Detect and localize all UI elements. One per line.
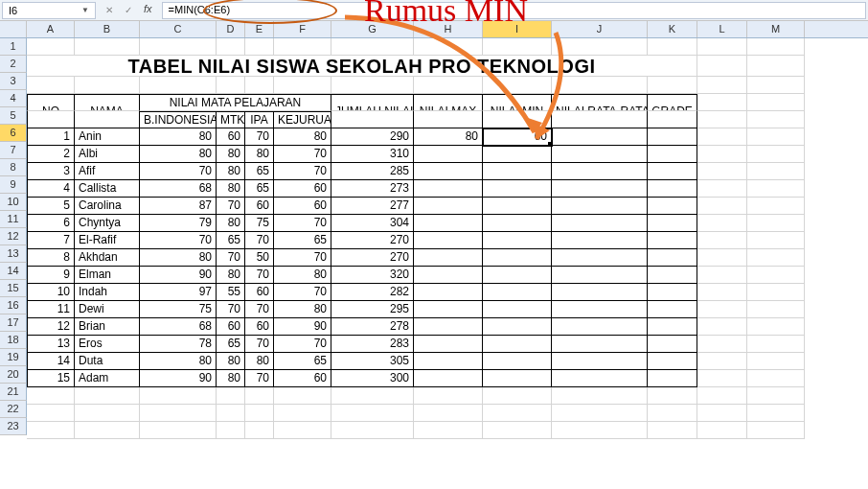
row-header[interactable]: 15 [0,280,27,297]
cell-nilai[interactable]: 80 [217,267,245,284]
cell-nama[interactable]: Elman [75,267,140,284]
cell[interactable] [27,77,75,94]
cell[interactable] [697,198,747,215]
name-box[interactable]: I6 ▼ [2,2,96,19]
cell[interactable] [414,405,483,422]
cell-rata[interactable] [552,267,648,284]
cell-nama[interactable]: Anin [75,128,140,146]
cell-rata[interactable] [552,370,648,387]
cell[interactable] [75,387,140,405]
row-header[interactable]: 2 [0,56,27,73]
cell-nama[interactable]: Akhdan [75,249,140,267]
cell-nilai[interactable]: 68 [140,318,217,336]
cell[interactable] [27,405,75,422]
cell-grade[interactable] [648,163,697,180]
cell-nilai[interactable]: 80 [217,163,245,180]
cell[interactable] [747,94,805,111]
header-jumlah[interactable]: JUMLAH NILAI [331,94,414,111]
cell-nama[interactable]: Dewi [75,301,140,318]
cell-jumlah[interactable]: 270 [331,232,414,249]
cell[interactable] [747,301,805,318]
cell-max[interactable] [414,284,483,301]
cell-nilai[interactable]: 80 [217,353,245,370]
header-jumlah[interactable] [331,111,414,128]
cell-nilai[interactable]: 80 [245,146,274,163]
cell[interactable] [697,387,747,405]
cell[interactable] [274,77,331,94]
cell-rata[interactable] [552,146,648,163]
cell-nilai[interactable]: 70 [217,301,245,318]
header-sub[interactable]: MTK [217,111,245,128]
cell[interactable] [217,405,245,422]
cell-min[interactable] [483,146,552,163]
cell-jumlah[interactable]: 270 [331,249,414,267]
cell[interactable] [747,146,805,163]
cell-max[interactable] [414,146,483,163]
cell-jumlah[interactable]: 305 [331,353,414,370]
cell-no[interactable]: 5 [27,198,75,215]
cell-nilai[interactable]: 65 [274,353,331,370]
cell-max[interactable] [414,301,483,318]
header-min[interactable] [483,111,552,128]
cell-nilai[interactable]: 70 [217,198,245,215]
cell-rata[interactable] [552,353,648,370]
cell[interactable] [697,163,747,180]
column-header[interactable]: M [747,21,805,37]
cell-max[interactable] [414,198,483,215]
cell-nilai[interactable]: 65 [217,232,245,249]
row-header[interactable]: 12 [0,228,27,245]
cell[interactable] [697,318,747,336]
cell-no[interactable]: 10 [27,284,75,301]
cell[interactable] [747,180,805,198]
cell-min[interactable] [483,318,552,336]
cell-nilai[interactable]: 70 [274,215,331,232]
cell[interactable] [217,38,245,56]
cell[interactable] [140,77,217,94]
cell-no[interactable]: 1 [27,128,75,146]
cell-nilai[interactable]: 65 [274,232,331,249]
column-header[interactable]: D [217,21,245,37]
cell-grade[interactable] [648,370,697,387]
cell-grade[interactable] [648,180,697,198]
cell[interactable] [245,77,274,94]
cell[interactable] [697,405,747,422]
cell[interactable] [747,422,805,439]
cell[interactable] [274,405,331,422]
row-header[interactable]: 20 [0,366,27,384]
cell[interactable] [331,422,414,439]
cell-rata[interactable] [552,215,648,232]
row-header[interactable]: 3 [0,73,27,90]
cell[interactable] [747,128,805,146]
row-header[interactable]: 1 [0,38,27,56]
cell-nilai[interactable]: 80 [274,301,331,318]
cell[interactable] [747,387,805,405]
cell-nilai[interactable]: 80 [274,267,331,284]
cell-max[interactable] [414,336,483,353]
cell-nilai[interactable]: 60 [245,284,274,301]
cell[interactable] [747,370,805,387]
cell-min[interactable] [483,336,552,353]
cell-no[interactable]: 12 [27,318,75,336]
cell[interactable] [697,77,747,94]
cell-rata[interactable] [552,318,648,336]
cell-min[interactable] [483,353,552,370]
cell-nilai[interactable]: 90 [274,318,331,336]
cell-max[interactable] [414,370,483,387]
cell[interactable] [331,77,414,94]
cell[interactable] [331,38,414,56]
cell-grade[interactable] [648,249,697,267]
cell[interactable] [140,405,217,422]
cell-grade[interactable] [648,232,697,249]
cell[interactable] [552,38,648,56]
cell[interactable] [414,422,483,439]
cell-max[interactable] [414,353,483,370]
cell-jumlah[interactable]: 283 [331,336,414,353]
cell[interactable] [483,422,552,439]
cell-nilai[interactable]: 68 [140,180,217,198]
cell[interactable] [414,77,483,94]
page-title[interactable]: TABEL NILAI SISWA SEKOLAH PRO TEKNOLOGI [27,56,697,77]
cell[interactable] [697,249,747,267]
cell-nama[interactable]: Eros [75,336,140,353]
cell-nilai[interactable]: 78 [140,336,217,353]
cell-nama[interactable]: Brian [75,318,140,336]
